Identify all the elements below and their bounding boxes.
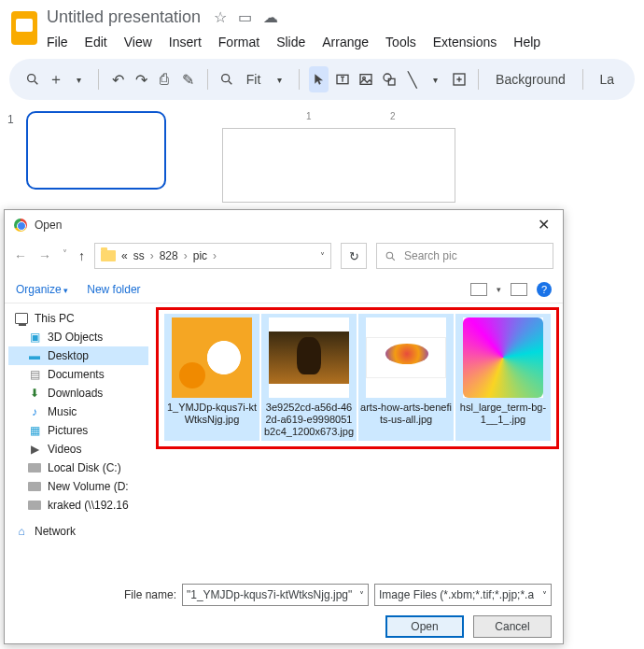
- menu-insert[interactable]: Insert: [169, 35, 202, 49]
- sidebar-label: Downloads: [48, 387, 103, 400]
- sidebar-item-pictures[interactable]: ▦Pictures: [8, 421, 148, 440]
- path-seg[interactable]: ss: [133, 249, 145, 262]
- help-icon[interactable]: ?: [537, 282, 552, 297]
- sidebar-label: Music: [48, 405, 77, 418]
- new-slide-dropdown-icon[interactable]: ▾: [69, 66, 89, 92]
- path-breadcrumb[interactable]: « ss › 828 › pic › ˅: [94, 243, 331, 269]
- folder-icon: [101, 250, 116, 261]
- highlight-box: 1_YMJDp-kqus7i-ktWtksNjg.jpg 3e9252cd-a5…: [156, 307, 559, 449]
- menu-slide[interactable]: Slide: [276, 35, 305, 49]
- zoom-dropdown-icon[interactable]: ▾: [270, 66, 289, 92]
- sidebar-label: 3D Objects: [48, 331, 103, 344]
- chevron-down-icon[interactable]: ˅: [542, 590, 547, 600]
- filename-input[interactable]: "1_YMJDp-kqus7i-ktWtksNjg.jpg" ˅: [182, 584, 369, 606]
- new-slide-icon[interactable]: ＋: [46, 66, 65, 92]
- preview-pane-icon[interactable]: [511, 283, 527, 296]
- slide-canvas[interactable]: [222, 128, 455, 203]
- file-name: 1_YMJDp-kqus7i-ktWtksNjg.jpg: [166, 402, 258, 426]
- sidebar-item-desktop[interactable]: ▬Desktop: [8, 346, 148, 365]
- nav-up-icon[interactable]: ↑: [78, 248, 85, 263]
- chevron-right-icon: ›: [213, 249, 217, 262]
- ruler-tick: 1: [306, 111, 312, 121]
- line-dropdown-icon[interactable]: ▾: [426, 66, 445, 92]
- shape-icon[interactable]: [379, 66, 399, 92]
- sidebar-item-documents[interactable]: ▤Documents: [8, 365, 148, 384]
- nav-back-icon[interactable]: ←: [14, 248, 27, 263]
- search-icon[interactable]: [22, 66, 42, 92]
- image-icon[interactable]: [356, 66, 375, 92]
- search-input[interactable]: Search pic: [376, 243, 553, 269]
- sidebar-label: This PC: [35, 312, 75, 325]
- sidebar: This PC ▣3D Objects ▬Desktop ▤Documents …: [5, 303, 152, 576]
- view-dropdown-icon[interactable]: ▾: [497, 285, 501, 294]
- button-label: Open: [411, 620, 438, 633]
- menu-view[interactable]: View: [124, 35, 152, 49]
- print-icon[interactable]: ⎙: [155, 66, 175, 92]
- file-item[interactable]: arts-how-arts-benefits-us-all.jpg: [358, 314, 454, 441]
- menu-help[interactable]: Help: [513, 35, 540, 49]
- slide-thumbnail[interactable]: [26, 111, 166, 190]
- chevron-down-icon[interactable]: ˅: [359, 590, 364, 600]
- zoom-fit-label[interactable]: Fit: [241, 72, 267, 87]
- select-tool-icon[interactable]: [309, 66, 329, 92]
- sidebar-label: Network: [35, 525, 76, 538]
- background-button[interactable]: Background: [488, 72, 573, 87]
- file-item[interactable]: hsl_large_term-bg-1__1_.jpg: [455, 314, 551, 441]
- search-icon: [385, 250, 397, 262]
- paint-format-icon[interactable]: ✎: [178, 66, 198, 92]
- sidebar-item-videos[interactable]: ▶Videos: [8, 440, 148, 459]
- doc-title[interactable]: Untitled presentation: [47, 7, 201, 27]
- move-icon[interactable]: ▭: [238, 8, 252, 26]
- cancel-button[interactable]: Cancel: [473, 615, 552, 638]
- search-placeholder: Search pic: [404, 249, 457, 262]
- path-seg[interactable]: pic: [193, 249, 207, 262]
- sidebar-label: Pictures: [48, 424, 88, 437]
- menu-arrange[interactable]: Arrange: [322, 35, 369, 49]
- menu-file[interactable]: File: [47, 35, 68, 49]
- sidebar-label: New Volume (D:: [48, 480, 129, 493]
- dialog-title: Open: [35, 219, 62, 232]
- filter-select[interactable]: Image Files (*.xbm;*.tif;*.pjp;*.a ˅: [374, 584, 552, 606]
- path-seg[interactable]: 828: [160, 249, 178, 262]
- refresh-icon[interactable]: ↻: [341, 243, 367, 269]
- organize-button[interactable]: Organize: [16, 283, 68, 296]
- sidebar-item-music[interactable]: ♪Music: [8, 402, 148, 421]
- sidebar-item-3dobjects[interactable]: ▣3D Objects: [8, 328, 148, 346]
- path-dropdown-icon[interactable]: ˅: [320, 251, 325, 261]
- sidebar-item-downloads[interactable]: ⬇Downloads: [8, 384, 148, 402]
- cloud-status-icon[interactable]: ☁: [263, 8, 278, 26]
- menu-format[interactable]: Format: [218, 35, 259, 49]
- sidebar-item-kraked[interactable]: kraked (\\192.16: [8, 496, 148, 515]
- svg-line-3: [229, 81, 231, 84]
- view-mode-icon[interactable]: [470, 283, 487, 296]
- zoom-icon[interactable]: [217, 66, 237, 92]
- menu-tools[interactable]: Tools: [385, 35, 416, 49]
- menu-bar: File Edit View Insert Format Slide Arran…: [47, 31, 633, 49]
- menu-extensions[interactable]: Extensions: [433, 35, 497, 49]
- sidebar-item-thispc[interactable]: This PC: [8, 309, 148, 328]
- slides-logo-icon[interactable]: [11, 11, 37, 45]
- svg-rect-10: [388, 78, 395, 85]
- star-icon[interactable]: ☆: [214, 8, 227, 26]
- file-item[interactable]: 1_YMJDp-kqus7i-ktWtksNjg.jpg: [164, 314, 259, 441]
- line-icon[interactable]: ╲: [402, 66, 422, 92]
- comment-icon[interactable]: [449, 66, 469, 92]
- toolbar: ＋ ▾ ↶ ↷ ⎙ ✎ Fit ▾ ╲ ▾ Background La: [9, 59, 635, 100]
- textbox-icon[interactable]: [332, 66, 352, 92]
- redo-icon[interactable]: ↷: [132, 66, 151, 92]
- ruler: 1 2: [222, 111, 644, 128]
- filename-value: "1_YMJDp-kqus7i-ktWtksNjg.jpg": [187, 588, 352, 601]
- nav-forward-icon[interactable]: →: [38, 248, 51, 263]
- ruler-tick: 2: [390, 111, 396, 121]
- nav-recent-icon[interactable]: ˅: [63, 248, 67, 263]
- undo-icon[interactable]: ↶: [108, 66, 128, 92]
- new-folder-button[interactable]: New folder: [87, 283, 140, 296]
- sidebar-item-localdisk[interactable]: Local Disk (C:): [8, 459, 148, 477]
- sidebar-item-newvolume[interactable]: New Volume (D:: [8, 477, 148, 496]
- file-item[interactable]: 3e9252cd-a56d-462d-a619-e999805​1b2c4_12…: [261, 314, 357, 441]
- close-icon[interactable]: ✕: [534, 216, 553, 233]
- open-button[interactable]: Open: [385, 615, 464, 638]
- layout-button[interactable]: La: [593, 72, 623, 87]
- sidebar-item-network[interactable]: ⌂Network: [8, 522, 148, 541]
- menu-edit[interactable]: Edit: [85, 35, 107, 49]
